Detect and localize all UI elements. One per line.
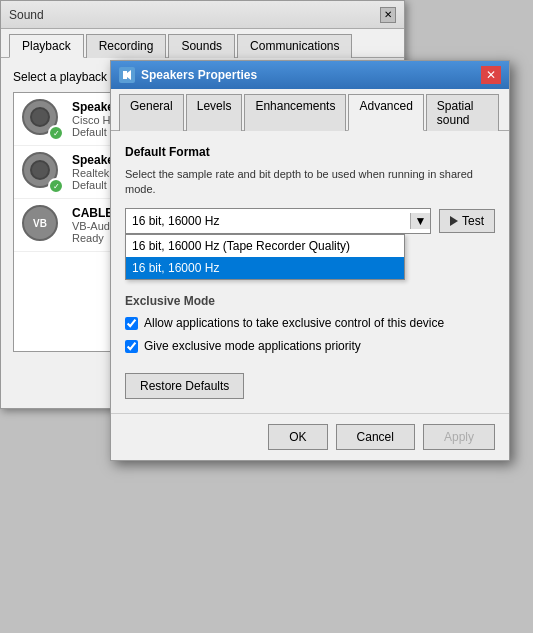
tab-communications[interactable]: Communications bbox=[237, 34, 352, 58]
format-dropdown[interactable]: 16 bit, 16000 Hz ▼ bbox=[125, 208, 431, 234]
format-option-2[interactable]: 16 bit, 16000 Hz bbox=[126, 257, 404, 279]
sound-title: Sound bbox=[9, 8, 44, 22]
device-icon-speakers: ✓ bbox=[22, 99, 62, 139]
cancel-button[interactable]: Cancel bbox=[336, 424, 415, 450]
exclusive-checkbox-2-label: Give exclusive mode applications priorit… bbox=[144, 339, 361, 355]
props-titlebar: Speakers Properties ✕ bbox=[111, 61, 509, 89]
tab-general[interactable]: General bbox=[119, 94, 184, 131]
device-icon-headphones: ✓ bbox=[22, 152, 62, 192]
exclusive-checkbox-1-label: Allow applications to take exclusive con… bbox=[144, 316, 444, 332]
sound-titlebar: Sound ✕ bbox=[1, 1, 404, 29]
props-title: Speakers Properties bbox=[141, 68, 257, 82]
cable-label: VB bbox=[33, 218, 47, 229]
svg-marker-1 bbox=[123, 71, 127, 79]
props-tabs-bar: General Levels Enhancements Advanced Spa… bbox=[111, 89, 509, 131]
props-titlebar-left: Speakers Properties bbox=[119, 67, 257, 83]
exclusive-mode-title: Exclusive Mode bbox=[125, 294, 495, 308]
device-icon-cable: VB bbox=[22, 205, 62, 245]
exclusive-checkbox-1-row: Allow applications to take exclusive con… bbox=[125, 316, 495, 332]
speaker-inner-2 bbox=[30, 160, 50, 180]
format-dropdown-value: 16 bit, 16000 Hz bbox=[132, 214, 410, 228]
speaker-properties-icon bbox=[119, 67, 135, 83]
props-content: Default Format Select the sample rate an… bbox=[111, 131, 509, 413]
restore-defaults-button[interactable]: Restore Defaults bbox=[125, 373, 244, 399]
exclusive-mode-section: Exclusive Mode Allow applications to tak… bbox=[125, 294, 495, 355]
speakers-properties-dialog: Speakers Properties ✕ General Levels Enh… bbox=[110, 60, 510, 461]
tab-sounds[interactable]: Sounds bbox=[168, 34, 235, 58]
ok-button[interactable]: OK bbox=[268, 424, 327, 450]
tab-spatial-sound[interactable]: Spatial sound bbox=[426, 94, 499, 131]
exclusive-checkbox-2[interactable] bbox=[125, 340, 138, 353]
tab-levels[interactable]: Levels bbox=[186, 94, 243, 131]
device-badge-speakers: ✓ bbox=[48, 125, 64, 141]
apply-button[interactable]: Apply bbox=[423, 424, 495, 450]
props-dialog-buttons: OK Cancel Apply bbox=[111, 413, 509, 460]
props-close-button[interactable]: ✕ bbox=[481, 66, 501, 84]
speaker-inner bbox=[30, 107, 50, 127]
test-button[interactable]: Test bbox=[439, 209, 495, 233]
dropdown-arrow-icon[interactable]: ▼ bbox=[410, 213, 430, 229]
sound-close-button[interactable]: ✕ bbox=[380, 7, 396, 23]
format-dropdown-options: 16 bit, 16000 Hz (Tape Recorder Quality)… bbox=[125, 234, 405, 280]
tab-advanced[interactable]: Advanced bbox=[348, 94, 423, 131]
default-format-title: Default Format bbox=[125, 145, 495, 159]
tab-recording[interactable]: Recording bbox=[86, 34, 167, 58]
tab-playback[interactable]: Playback bbox=[9, 34, 84, 58]
exclusive-checkbox-2-row: Give exclusive mode applications priorit… bbox=[125, 339, 495, 355]
exclusive-checkbox-1[interactable] bbox=[125, 317, 138, 330]
sound-tabs-bar: Playback Recording Sounds Communications bbox=[1, 29, 404, 58]
test-label: Test bbox=[462, 214, 484, 228]
device-badge-headphones: ✓ bbox=[48, 178, 64, 194]
play-icon bbox=[450, 216, 458, 226]
tab-enhancements[interactable]: Enhancements bbox=[244, 94, 346, 131]
format-option-1[interactable]: 16 bit, 16000 Hz (Tape Recorder Quality) bbox=[126, 235, 404, 257]
default-format-desc: Select the sample rate and bit depth to … bbox=[125, 167, 495, 198]
format-dropdown-row: 16 bit, 16000 Hz ▼ Test 16 bit, 16000 Hz… bbox=[125, 208, 495, 234]
cable-circle: VB bbox=[22, 205, 58, 241]
